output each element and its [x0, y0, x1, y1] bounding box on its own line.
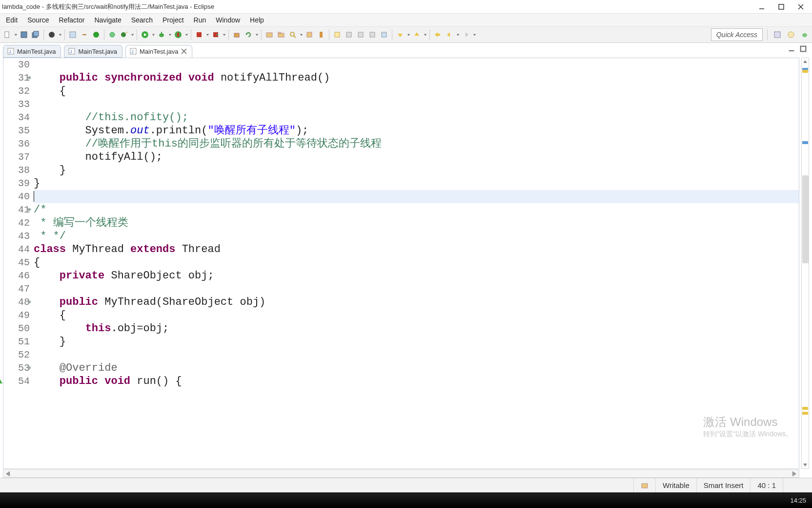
dropdown-icon[interactable]	[168, 33, 172, 37]
dropdown-icon[interactable]	[456, 33, 460, 37]
toggle-comment-icon[interactable]	[344, 29, 354, 40]
toolbar-separator	[191, 29, 191, 40]
scroll-up-icon[interactable]	[803, 59, 808, 64]
next-annotation-icon[interactable]	[395, 29, 406, 40]
svg-point-12	[93, 32, 99, 38]
run-icon[interactable]	[140, 29, 150, 40]
dropdown-icon[interactable]	[14, 33, 18, 37]
bookmark-icon[interactable]	[316, 29, 326, 40]
maximize-view-icon[interactable]	[799, 45, 807, 53]
scroll-down-icon[interactable]	[803, 463, 808, 467]
menu-navigate[interactable]: Navigate	[89, 14, 126, 26]
dropdown-icon[interactable]	[130, 33, 134, 37]
dropdown-icon[interactable]	[299, 33, 303, 37]
menu-help[interactable]: Help	[245, 14, 269, 26]
maximize-button[interactable]	[776, 1, 787, 12]
marker-icon	[802, 412, 808, 415]
refresh-icon[interactable]	[243, 29, 254, 40]
editor-tab-active[interactable]: J MainTest.java	[125, 45, 192, 58]
open-type-icon[interactable]	[264, 29, 275, 40]
toolbar-separator	[104, 29, 104, 40]
dropdown-icon[interactable]	[184, 33, 188, 37]
last-edit-icon[interactable]	[432, 29, 443, 40]
dropdown-icon[interactable]	[58, 33, 62, 37]
minimize-button[interactable]	[756, 1, 767, 12]
menu-edit[interactable]: Edit	[1, 14, 22, 26]
debug-perspective-icon[interactable]	[799, 29, 810, 40]
debug-icon[interactable]	[107, 29, 118, 40]
close-icon[interactable]	[181, 48, 187, 54]
svg-marker-10	[59, 34, 61, 36]
stop-icon[interactable]	[194, 29, 204, 40]
dropdown-icon[interactable]	[472, 33, 476, 37]
search-icon[interactable]	[287, 29, 298, 40]
menu-window[interactable]: Window	[211, 14, 245, 26]
close-button[interactable]	[795, 1, 806, 12]
toolbar-separator	[429, 29, 430, 40]
svg-marker-22	[168, 34, 171, 36]
menu-source[interactable]: Source	[22, 14, 54, 26]
toolbar-separator	[43, 29, 44, 40]
tab-label: MainTest.java	[17, 48, 56, 55]
link-icon[interactable]	[79, 29, 90, 40]
editor-tab[interactable]: J MainTest.java	[64, 45, 122, 58]
menu-search[interactable]: Search	[126, 14, 158, 26]
scroll-left-icon[interactable]	[4, 470, 11, 477]
editor-tab[interactable]: J MainTest.java	[3, 45, 61, 58]
svg-rect-52	[438, 34, 440, 36]
svg-marker-48	[407, 34, 409, 36]
dropdown-icon[interactable]	[423, 33, 427, 37]
code-editor[interactable]: 3031323334353637383940414243444546474849…	[3, 58, 799, 469]
dropdown-icon[interactable]	[255, 33, 259, 37]
format-icon[interactable]	[355, 29, 366, 40]
java-perspective-icon[interactable]	[786, 29, 796, 40]
outline-icon[interactable]	[367, 29, 378, 40]
svg-marker-47	[398, 34, 403, 37]
svg-rect-45	[370, 32, 375, 37]
quick-access-input[interactable]: Quick Access	[711, 28, 763, 41]
back-icon[interactable]	[444, 29, 455, 40]
forward-icon[interactable]	[461, 29, 471, 40]
dropdown-icon[interactable]	[406, 33, 410, 37]
svg-rect-44	[358, 32, 363, 37]
menu-project[interactable]: Project	[158, 14, 189, 26]
coverage-icon[interactable]	[91, 29, 102, 40]
java-file-icon: J	[68, 48, 75, 55]
menu-bar: Edit Source Refactor Navigate Search Pro…	[0, 14, 812, 26]
overview-ruler[interactable]	[801, 58, 809, 469]
dropdown-icon[interactable]	[222, 33, 226, 37]
save-icon[interactable]	[19, 29, 29, 40]
toggle-mark-icon[interactable]	[332, 29, 343, 40]
scrollbar-thumb[interactable]	[802, 175, 809, 263]
svg-marker-19	[152, 34, 154, 36]
prev-annotation-icon[interactable]	[411, 29, 422, 40]
menu-run[interactable]: Run	[189, 14, 211, 26]
new-icon[interactable]	[2, 29, 13, 40]
svg-marker-53	[447, 32, 450, 37]
build-icon[interactable]	[46, 29, 57, 40]
debug-run-icon[interactable]	[156, 29, 167, 40]
new-package-icon[interactable]	[231, 29, 242, 40]
folder-icon[interactable]	[276, 29, 286, 40]
svg-marker-25	[185, 34, 187, 36]
relaunch-icon[interactable]	[210, 29, 221, 40]
svg-rect-41	[320, 32, 323, 38]
java-file-icon: J	[7, 48, 14, 55]
toolbar-separator	[64, 29, 65, 40]
taskbar[interactable]: 14:25	[0, 492, 812, 508]
horizontal-scrollbar[interactable]	[3, 469, 799, 478]
external-tools-icon[interactable]	[173, 29, 183, 40]
dropdown-icon[interactable]	[151, 33, 155, 37]
block-icon[interactable]	[379, 29, 389, 40]
task-icon[interactable]	[304, 29, 315, 40]
dropdown-icon[interactable]	[205, 33, 209, 37]
open-perspective-icon[interactable]	[772, 29, 783, 40]
minimize-view-icon[interactable]	[788, 45, 795, 53]
save-all-icon[interactable]	[30, 29, 41, 40]
menu-refactor[interactable]: Refactor	[54, 14, 89, 26]
svg-rect-46	[382, 32, 386, 37]
scroll-right-icon[interactable]	[791, 470, 798, 477]
code-body[interactable]: public synchronized void notifyAllThread…	[32, 58, 799, 388]
skip-breakpoints-icon[interactable]	[67, 29, 78, 40]
new-class-icon[interactable]: +	[119, 29, 129, 40]
